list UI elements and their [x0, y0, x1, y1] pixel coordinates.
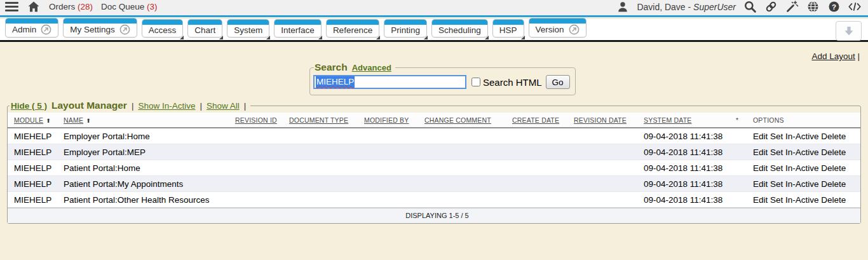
layout-manager-title: Layout Manager	[51, 100, 127, 111]
menu-icon[interactable]	[5, 2, 18, 11]
column-header-revision-date[interactable]: REVISION DATE	[574, 113, 644, 128]
dropdown-corner-icon	[424, 36, 428, 39]
popout-icon[interactable]	[569, 24, 580, 35]
show-inactive-link[interactable]: Show In-Active	[138, 101, 195, 111]
set-in-active-link[interactable]: Set In-Active	[770, 179, 819, 189]
column-header-name[interactable]: NAME⬆	[64, 113, 235, 128]
top-bar: Orders (28) Doc Queue (3) David, Dave - …	[0, 0, 868, 17]
search-panel: Search Advanced MIEHELP Search HTML Go	[309, 62, 576, 95]
column-header-system-date[interactable]: SYSTEM DATE	[644, 113, 736, 128]
tab-label: System	[234, 25, 262, 35]
tab-reference[interactable]: Reference	[326, 19, 379, 38]
delete-link[interactable]: Delete	[821, 179, 846, 189]
search-input-selected-text: MIEHELP	[316, 76, 355, 88]
tab-accent-strip	[142, 20, 183, 25]
create-date-cell	[512, 128, 574, 144]
delete-link[interactable]: Delete	[821, 195, 846, 205]
edit-link[interactable]: Edit	[753, 195, 768, 205]
table-header-row: MODULE⬆NAME⬆REVISION IDDOCUMENT TYPEMODI…	[8, 113, 860, 128]
delete-link[interactable]: Delete	[821, 132, 846, 141]
column-header-revision-id[interactable]: REVISION ID	[235, 113, 289, 128]
change-comment-cell	[424, 144, 512, 160]
name-cell: Employer Portal:MEP	[64, 144, 235, 160]
tab-scheduling[interactable]: Scheduling	[431, 19, 488, 38]
advanced-search-link[interactable]: Advanced	[352, 63, 391, 72]
tab-label: My Settings	[70, 25, 115, 34]
tab-accent-strip	[64, 18, 137, 24]
add-layout-link[interactable]: Add Layout |	[811, 51, 860, 61]
globe-icon[interactable]	[806, 0, 820, 13]
revision-date-cell	[574, 144, 644, 160]
revision-date-cell	[574, 192, 644, 209]
add-layout-label: Add Layout	[811, 51, 855, 61]
tab-system[interactable]: System	[227, 19, 269, 38]
tab-printing[interactable]: Printing	[384, 19, 427, 38]
tab-accent-strip	[432, 20, 487, 25]
tab-admin[interactable]: Admin	[5, 18, 58, 38]
tab-label: Reference	[333, 25, 372, 35]
legend-separator: |	[244, 101, 247, 111]
table-row: MIEHELPPatient Portal:Home09-04-2018 11:…	[8, 160, 860, 176]
tab-label: Chart	[194, 25, 215, 35]
collapse-tabs-button[interactable]	[836, 21, 862, 41]
tab-label: Admin	[12, 25, 36, 34]
revision-id-cell	[235, 128, 289, 144]
user-icon	[616, 0, 630, 13]
edit-link[interactable]: Edit	[753, 132, 768, 141]
legend-separator: |	[132, 101, 134, 111]
go-button[interactable]: Go	[546, 75, 570, 89]
module-cell: MIEHELP	[8, 160, 64, 176]
layout-manager-table: MODULE⬆NAME⬆REVISION IDDOCUMENT TYPEMODI…	[8, 113, 860, 223]
name-cell: Employer Portal:Home	[64, 128, 235, 144]
column-header-modified-by[interactable]: MODIFIED BY	[364, 113, 424, 128]
column-header-module[interactable]: MODULE⬆	[8, 113, 64, 128]
tab-my-settings[interactable]: My Settings	[63, 18, 137, 38]
add-layout-separator: |	[855, 51, 860, 61]
tab-version[interactable]: Version	[529, 18, 587, 38]
search-input[interactable]: MIEHELP	[313, 75, 466, 89]
tab-accent-strip	[6, 18, 58, 24]
change-comment-cell	[424, 192, 512, 209]
create-date-cell	[512, 160, 574, 176]
sort-ascending-icon: ⬆	[46, 118, 51, 124]
name-cell: Patient Portal:Home	[64, 160, 235, 176]
tab-access[interactable]: Access	[142, 19, 184, 38]
help-icon[interactable]: ?	[827, 0, 841, 13]
popout-icon[interactable]	[41, 24, 51, 35]
column-header-create-date[interactable]: CREATE DATE	[512, 113, 574, 128]
hide-link[interactable]: Hide ( 5 )	[11, 101, 47, 111]
column-header-document-type[interactable]: DOCUMENT TYPE	[289, 113, 364, 128]
tab-interface[interactable]: Interface	[274, 19, 322, 38]
delete-link[interactable]: Delete	[821, 147, 846, 157]
wand-icon[interactable]	[785, 0, 799, 13]
revision-date-cell	[574, 160, 644, 176]
delete-link[interactable]: Delete	[821, 163, 846, 173]
column-header-change-comment[interactable]: CHANGE COMMENT	[424, 113, 512, 128]
dropdown-corner-icon	[219, 36, 223, 39]
show-all-link[interactable]: Show All	[207, 101, 240, 111]
orders-link[interactable]: Orders (28)	[49, 2, 93, 11]
system-date-cell: 09-04-2018 11:41:38	[644, 176, 736, 192]
link-icon[interactable]	[764, 0, 778, 13]
paging-status: DISPLAYING 1-5 / 5	[8, 208, 860, 223]
set-in-active-link[interactable]: Set In-Active	[770, 132, 819, 141]
edit-link[interactable]: Edit	[753, 179, 768, 189]
doc-queue-link[interactable]: Doc Queue (3)	[101, 2, 158, 11]
set-in-active-link[interactable]: Set In-Active	[770, 163, 819, 173]
column-header-star: *	[736, 113, 753, 128]
set-in-active-link[interactable]: Set In-Active	[770, 195, 819, 205]
tab-hsp[interactable]: HSP	[492, 19, 524, 38]
search-html-label: Search HTML	[483, 77, 542, 88]
search-html-checkbox[interactable]	[471, 78, 480, 86]
options-cell: Edit Set In-Active Delete	[753, 176, 860, 192]
search-title: Search	[315, 62, 348, 73]
code-icon[interactable]	[848, 0, 862, 13]
edit-link[interactable]: Edit	[753, 163, 768, 173]
home-icon[interactable]	[27, 0, 41, 13]
name-cell: Patient Portal:Other Health Resources	[64, 192, 235, 209]
edit-link[interactable]: Edit	[753, 147, 768, 157]
popout-icon[interactable]	[119, 24, 130, 35]
set-in-active-link[interactable]: Set In-Active	[770, 147, 819, 157]
tab-chart[interactable]: Chart	[187, 19, 222, 38]
search-icon[interactable]	[743, 0, 757, 13]
